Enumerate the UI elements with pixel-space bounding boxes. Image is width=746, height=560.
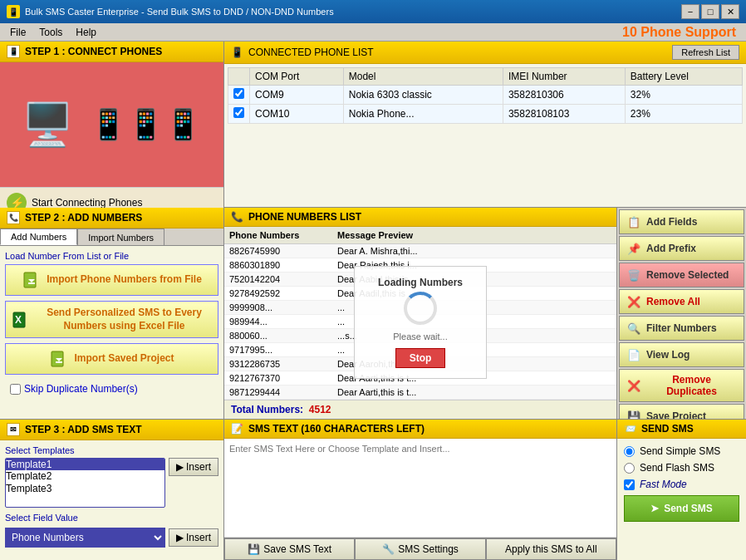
import-project-label: Import Saved Project	[74, 352, 174, 366]
step1-content: 🖥️ 📱📱📱	[0, 62, 223, 187]
send-sms-arrow-icon: ➤	[650, 503, 659, 514]
main-container: 📱 STEP 1 : CONNECT PHONES 🖥️ 📱📱📱 ⚡ Start…	[0, 42, 746, 560]
step3-header: ✉ STEP 3 : ADD SMS TEXT	[0, 420, 223, 440]
simple-sms-row: Send Simple SMS	[624, 445, 739, 457]
filter-numbers-btn[interactable]: 🔍 Filter Numbers	[619, 316, 744, 341]
phone-checkbox[interactable]	[233, 88, 244, 99]
add-prefix-btn[interactable]: 📌 Add Prefix	[619, 236, 744, 261]
send-title: SEND SMS	[641, 423, 694, 435]
minimize-button[interactable]: −	[681, 4, 699, 19]
numbers-header: 📞 PHONE NUMBERS LIST	[224, 208, 616, 227]
personalized-sms-label: Send Personalized SMS to Every Numbers u…	[36, 307, 213, 332]
maximize-button[interactable]: □	[701, 4, 719, 19]
remove-duplicates-btn[interactable]: ❌ Remove Duplicates	[619, 369, 744, 402]
sms-header: 📝 SMS TEXT (160 CHARACTERS LEFT)	[224, 420, 616, 439]
sms-textarea[interactable]	[224, 439, 616, 538]
templates-label: Select Templates	[5, 445, 218, 455]
svg-text:X: X	[15, 314, 22, 326]
template3-option: Template3	[6, 483, 164, 494]
fast-mode-checkbox[interactable]	[624, 479, 635, 490]
step2-tabs: Add Numbers Import Numbers	[0, 228, 223, 246]
remove-all-btn[interactable]: ❌ Remove All	[619, 289, 744, 314]
simple-sms-label: Send Simple SMS	[640, 445, 720, 457]
menu-tools[interactable]: Tools	[32, 25, 69, 40]
connected-panel: 📱 CONNECTED PHONE LIST Refresh List COM …	[224, 42, 746, 207]
step1-icon: 📱	[7, 45, 20, 58]
phone-table-container: COM Port Model IMEI Number Battery Level…	[224, 64, 746, 127]
list-item: 8826745990 Dear A. Mishra,thi...	[224, 244, 616, 258]
table-row: COM10 Nokia Phone... 35828108103 23%	[228, 105, 743, 124]
sms-footer: 💾 Save SMS Text 🔧 SMS Settings Apply thi…	[224, 538, 616, 560]
view-log-btn[interactable]: 📄 View Log	[619, 342, 744, 367]
close-button[interactable]: ✕	[721, 4, 739, 19]
import-file-label: Import Phone Numbers from File	[47, 273, 202, 287]
col-phone-numbers: Phone Numbers	[224, 228, 332, 242]
imei-cell: 35828108103	[503, 105, 625, 124]
import-project-btn[interactable]: Import Saved Project	[5, 343, 218, 375]
svg-rect-7	[56, 361, 62, 363]
add-fields-btn[interactable]: 📋 Add Fields	[619, 209, 744, 234]
phone-checkbox-cell	[228, 86, 250, 105]
tab-import-numbers[interactable]: Import Numbers	[77, 228, 164, 245]
phone-number: 9212767370	[224, 371, 332, 385]
battery-cell: 23%	[625, 105, 742, 124]
insert-field-btn[interactable]: ▶ Insert	[169, 528, 218, 547]
menu-file[interactable]: File	[3, 25, 32, 40]
total-count: 4512	[309, 404, 331, 415]
save-sms-icon: 💾	[248, 543, 260, 555]
phone-number: 9278492592	[224, 287, 332, 300]
send-header: 📨 SEND SMS	[617, 420, 746, 439]
send-sms-btn[interactable]: ➤ Send SMS	[624, 495, 739, 522]
save-sms-btn[interactable]: 💾 Save SMS Text	[224, 538, 355, 560]
skip-duplicate-checkbox[interactable]	[10, 384, 21, 395]
col-check	[228, 68, 250, 86]
phone-number: 9312286735	[224, 357, 332, 371]
brand-text: 10 Phone Support	[622, 25, 743, 40]
insert-template-btn[interactable]: ▶ Insert	[169, 458, 218, 476]
phone-checkbox-cell	[228, 105, 250, 124]
numbers-panel: 📞 PHONE NUMBERS LIST Phone Numbers Messa…	[224, 208, 617, 419]
numbers-list-icon: 📞	[231, 211, 243, 223]
window-controls: − □ ✕	[681, 4, 739, 19]
log-icon: 📄	[626, 347, 641, 362]
connected-header: 📱 CONNECTED PHONE LIST Refresh List	[224, 42, 746, 64]
phone-number: 989944...	[224, 315, 332, 328]
import-file-icon	[22, 270, 42, 290]
menu-help[interactable]: Help	[69, 25, 103, 40]
apply-sms-btn[interactable]: Apply this SMS to All	[486, 538, 616, 560]
field-value-label: Select Field Value	[5, 513, 218, 523]
fast-mode-label: Fast Mode	[640, 479, 687, 490]
step2-header: 📞 STEP 2 : ADD NUMBERS	[0, 208, 223, 228]
simple-sms-radio[interactable]	[624, 446, 635, 457]
template2-option: Template2	[6, 470, 164, 482]
phone-number: 9999908...	[224, 301, 332, 314]
send-icon: 📨	[624, 423, 636, 435]
phone-checkbox[interactable]	[233, 107, 244, 118]
personalized-sms-btn[interactable]: X Send Personalized SMS to Every Numbers…	[5, 301, 218, 338]
col-message-preview: Message Preview	[332, 228, 616, 242]
loading-overlay: Loading Numbers Please wait... Stop	[354, 266, 487, 379]
import-from-file-btn[interactable]: Import Phone Numbers from File	[5, 264, 218, 296]
sms-settings-btn[interactable]: 🔧 SMS Settings	[355, 538, 485, 560]
tab-add-numbers[interactable]: Add Numbers	[0, 228, 77, 245]
loading-title: Loading Numbers	[371, 277, 469, 288]
insert-icon: ▶	[176, 461, 184, 473]
message-preview: Dear Aarti,this is t...	[332, 386, 616, 399]
connected-title: CONNECTED PHONE LIST	[248, 47, 374, 58]
refresh-button[interactable]: Refresh List	[672, 45, 739, 60]
numbers-list: 8826745990 Dear A. Mishra,thi... 8860301…	[224, 244, 616, 400]
stop-loading-btn[interactable]: Stop	[395, 348, 446, 368]
template-select[interactable]: Template1 Template2 Template3	[5, 458, 165, 508]
remove-selected-btn[interactable]: 🗑️ Remove Selected	[619, 263, 744, 287]
col-port: COM Port	[250, 68, 344, 86]
step3-title: STEP 3 : ADD SMS TEXT	[25, 424, 142, 435]
phone-list-icon: 📱	[231, 47, 243, 58]
field-value-select[interactable]: Phone Numbers	[5, 528, 165, 548]
phone-table: COM Port Model IMEI Number Battery Level…	[228, 67, 743, 124]
numbers-list-title: PHONE NUMBERS LIST	[248, 211, 361, 223]
settings-icon: 🔧	[382, 543, 395, 555]
flash-sms-radio[interactable]	[624, 463, 635, 474]
col-model: Model	[343, 68, 503, 86]
list-item: 9871299444 Dear Aarti,this is t...	[224, 386, 616, 400]
numbers-table-header: Phone Numbers Message Preview	[224, 227, 616, 244]
